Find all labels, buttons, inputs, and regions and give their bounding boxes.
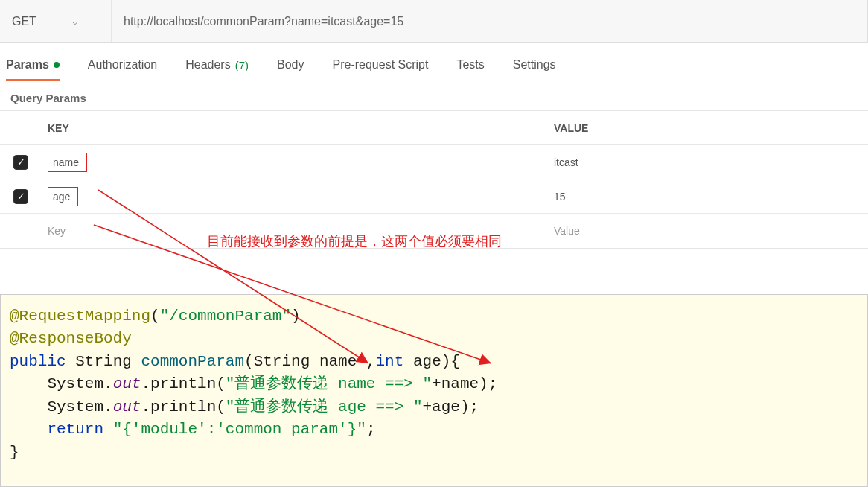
code-token: } <box>10 444 19 461</box>
code-token: public <box>10 353 75 370</box>
section-label-query-params: Query Params <box>0 81 868 110</box>
header-key-cell: KEY <box>42 118 548 139</box>
url-text: http://localhost/commonParam?name=itcast… <box>124 15 403 28</box>
request-bar: GET ⌵ http://localhost/commonParam?name=… <box>0 0 868 43</box>
row-key-cell[interactable]: name <box>42 148 548 176</box>
tab-body[interactable]: Body <box>277 58 304 81</box>
table-row: ✓ age 15 <box>0 179 868 214</box>
row-value-cell[interactable]: Value <box>548 220 868 241</box>
tab-tests[interactable]: Tests <box>456 58 484 81</box>
tab-headers-label: Headers <box>185 58 230 71</box>
http-method-label: GET <box>12 15 36 28</box>
row-check-cell: ✓ <box>0 155 42 170</box>
code-token: +age); <box>422 398 479 416</box>
row-key-cell[interactable]: Key <box>42 220 548 241</box>
code-token: ) <box>291 308 301 325</box>
http-method-select[interactable]: GET ⌵ <box>0 0 112 42</box>
row-value-cell[interactable]: 15 <box>548 186 868 207</box>
param-key-text: name <box>53 156 79 168</box>
dot-icon <box>54 62 60 68</box>
tab-params[interactable]: Params <box>6 58 60 81</box>
code-token: @ResponseBody <box>10 330 132 347</box>
tab-prerequest-label: Pre-request Script <box>333 58 429 71</box>
tab-settings-label: Settings <box>513 58 556 71</box>
code-token: "{'module':'common param'}" <box>113 421 366 438</box>
param-value-text: 15 <box>554 191 566 203</box>
tab-tests-label: Tests <box>456 58 484 71</box>
tab-authorization-label: Authorization <box>88 58 157 71</box>
table-row: ✓ name itcast <box>0 145 868 179</box>
code-token: ; <box>366 421 376 438</box>
code-token: +name); <box>432 375 497 392</box>
tab-body-label: Body <box>277 58 304 71</box>
highlight-box: name <box>48 153 87 172</box>
code-token: @RequestMapping <box>10 308 150 325</box>
code-token: .println( <box>141 398 225 416</box>
chevron-down-icon: ⌵ <box>72 16 78 27</box>
url-input[interactable]: http://localhost/commonParam?name=itcast… <box>112 0 867 42</box>
code-token: String <box>75 353 141 370</box>
row-key-cell[interactable]: age <box>42 182 548 211</box>
header-value-cell: VALUE <box>548 118 868 139</box>
table-header-row: KEY VALUE <box>0 111 868 145</box>
tab-headers[interactable]: Headers (7) <box>185 58 249 81</box>
code-token: "普通参数传递 age ==> " <box>226 398 423 416</box>
code-token: "/commonParam" <box>160 308 291 325</box>
code-token: "普通参数传递 name ==> " <box>226 375 432 392</box>
code-token: System. <box>10 398 113 416</box>
row-value-cell[interactable]: itcast <box>548 152 868 173</box>
code-token: ( <box>150 308 160 325</box>
code-token: (String name , <box>244 353 375 370</box>
code-token: System. <box>10 375 113 392</box>
query-params-table: KEY VALUE ✓ name itcast ✓ age 15 Key <box>0 110 868 249</box>
code-token: int <box>376 353 413 370</box>
code-token: out <box>113 375 141 392</box>
code-token: out <box>113 398 141 416</box>
code-token: age){ <box>413 353 460 370</box>
tab-authorization[interactable]: Authorization <box>88 58 157 81</box>
code-token: commonParam <box>141 353 244 370</box>
tab-headers-count: (7) <box>235 59 249 71</box>
code-token: .println( <box>141 375 225 392</box>
table-row-empty: Key Value <box>0 214 868 248</box>
tab-settings[interactable]: Settings <box>513 58 556 81</box>
checkbox-icon[interactable]: ✓ <box>13 189 28 204</box>
tab-params-label: Params <box>6 58 49 71</box>
code-block: @RequestMapping("/commonParam") @Respons… <box>0 294 868 487</box>
row-check-cell: ✓ <box>0 189 42 204</box>
param-value-text: itcast <box>554 156 578 168</box>
checkbox-icon[interactable]: ✓ <box>13 155 28 170</box>
tab-prerequest[interactable]: Pre-request Script <box>333 58 429 81</box>
code-token: return <box>10 421 113 438</box>
param-key-text: age <box>53 191 70 203</box>
highlight-box: age <box>48 187 78 206</box>
request-tabs: Params Authorization Headers (7) Body Pr… <box>0 43 868 81</box>
